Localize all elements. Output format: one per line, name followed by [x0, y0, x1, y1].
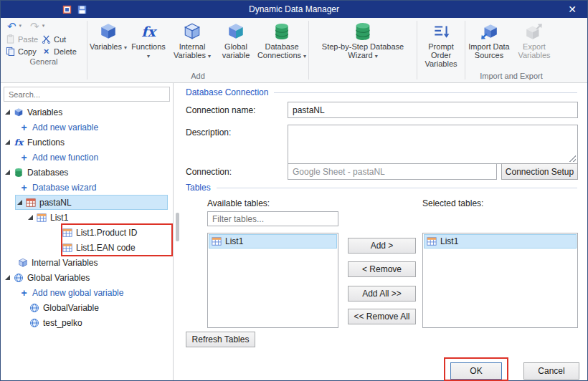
available-table-row-list1[interactable]: List1: [209, 234, 337, 249]
export-icon: [525, 21, 544, 42]
selected-tables-list[interactable]: List1: [422, 233, 578, 328]
search-input[interactable]: [4, 90, 169, 99]
dropdown-caret-icon: ▾: [375, 53, 378, 59]
redo-caret-icon[interactable]: ▾: [42, 23, 45, 29]
data-sources-tree-panel: Variables + Add new variable fx Function…: [1, 83, 174, 380]
filter-tables-input[interactable]: [207, 211, 338, 226]
database-connection-panel: Database Connection Connection name: Des…: [174, 83, 587, 380]
tree-item-functions[interactable]: fx Functions: [1, 135, 173, 150]
redo-icon[interactable]: ↷: [30, 21, 39, 32]
globe-icon: [14, 273, 24, 283]
tree-item-globalvariable[interactable]: GlobalVariable: [1, 300, 173, 315]
tree-label: List1: [50, 213, 68, 223]
undo-caret-icon[interactable]: ▾: [19, 23, 22, 29]
connection-name-input[interactable]: [288, 102, 578, 118]
app-icon[interactable]: [62, 5, 72, 14]
qat-save-icon[interactable]: [77, 5, 87, 14]
delete-button[interactable]: × Delete: [42, 47, 86, 56]
tree-item-list1[interactable]: List1: [1, 210, 173, 225]
cut-label: Cut: [54, 35, 66, 44]
ribbon-group-general: ↶ ▾ ↷ ▾ Paste Cut Copy ×: [1, 18, 87, 82]
table-field-icon: [62, 243, 72, 253]
group-label-general: General: [1, 57, 86, 68]
tree-label: test_pelko: [43, 318, 82, 328]
tree-item-variables[interactable]: Variables: [1, 105, 173, 120]
variables-label: Variables: [90, 42, 122, 51]
step-by-step-wizard-button[interactable]: Step-by-Step Database Wizard ▾: [310, 19, 416, 61]
undo-icon[interactable]: ↶: [7, 21, 16, 32]
section-header-tables: Tables: [186, 183, 577, 193]
section-rule: [217, 188, 577, 188]
database-wizard-icon: [353, 21, 373, 42]
dropdown-caret-icon: ▾: [208, 53, 211, 59]
expander-icon[interactable]: [28, 215, 33, 220]
prompt-order-button[interactable]: Prompt Order Variables: [418, 19, 464, 68]
paste-button[interactable]: Paste: [6, 34, 42, 44]
close-icon[interactable]: ✕: [561, 1, 583, 18]
tree-label: Variables: [27, 107, 62, 117]
tree-label: Global Variables: [27, 273, 90, 283]
cut-icon: [42, 34, 51, 44]
refresh-tables-button[interactable]: Refresh Tables: [186, 332, 255, 347]
export-variables-button[interactable]: Export Variables: [512, 19, 556, 59]
ribbon: ↶ ▾ ↷ ▾ Paste Cut Copy ×: [1, 18, 587, 83]
tree-item-add-new-variable[interactable]: + Add new variable: [1, 120, 173, 135]
expander-icon[interactable]: [5, 140, 10, 145]
group-label-add: Add: [88, 72, 308, 82]
table-icon: [212, 236, 222, 246]
available-tables-list[interactable]: List1: [207, 233, 338, 328]
ribbon-group-add: Variables ▾ fx Functions ▾ Internal Vari…: [87, 18, 308, 82]
selected-tables-label: Selected tables:: [422, 198, 483, 208]
expander-icon[interactable]: [5, 110, 10, 115]
table-name: List1: [225, 236, 243, 246]
database-connections-icon: [272, 21, 291, 42]
tree-item-test-pelko[interactable]: test_pelko: [1, 315, 173, 330]
scrollbar-thumb[interactable]: [176, 213, 179, 241]
tree-item-global-variables[interactable]: Global Variables: [1, 270, 173, 285]
tree-item-database-wizard[interactable]: + Database wizard: [1, 180, 173, 195]
variables-button[interactable]: Variables ▾: [88, 19, 128, 52]
ribbon-group-prompt-order: Prompt Order Variables: [417, 18, 465, 82]
tree-item-list1-ean-code[interactable]: List1.EAN code: [1, 240, 173, 255]
tree-item-add-new-function[interactable]: + Add new function: [1, 150, 173, 165]
remove-all-button[interactable]: << Remove All: [348, 309, 416, 324]
tree-item-internal-variables[interactable]: Internal Variables: [1, 255, 173, 270]
description-textarea[interactable]: [288, 125, 578, 164]
dropdown-caret-icon: ▾: [303, 53, 306, 59]
tree-item-pastanl[interactable]: pastaNL: [15, 195, 168, 210]
database-connections-button[interactable]: Database Connections ▾: [256, 19, 308, 61]
functions-label: Functions: [131, 42, 166, 51]
expander-icon[interactable]: [17, 200, 22, 205]
remove-button[interactable]: < Remove: [348, 261, 416, 277]
window-title: Dynamic Data Manager: [1, 4, 587, 14]
selected-table-row-list1[interactable]: List1: [424, 234, 577, 249]
plus-icon: +: [19, 122, 29, 132]
tree-label: Databases: [27, 168, 68, 178]
functions-button[interactable]: fx Functions ▾: [128, 19, 169, 61]
tree-item-databases[interactable]: Databases: [1, 165, 173, 180]
connection-setup-button[interactable]: Connection Setup: [501, 163, 578, 180]
section-header-database-connection: Database Connection: [186, 87, 577, 97]
cancel-button[interactable]: Cancel: [523, 362, 579, 380]
global-variable-button[interactable]: Global variable: [216, 19, 256, 59]
import-data-sources-button[interactable]: Import Data Sources: [466, 19, 512, 59]
connection-value-input: [288, 163, 497, 180]
tree-item-add-new-global-variable[interactable]: + Add new global variable: [1, 285, 173, 300]
tree-label: Add new variable: [32, 122, 98, 132]
variable-cube-icon: [14, 107, 24, 117]
copy-button[interactable]: Copy: [6, 47, 42, 56]
expander-icon[interactable]: [5, 275, 10, 280]
tree-item-list1-product-id[interactable]: List1.Product ID: [1, 225, 173, 240]
search-box: [4, 87, 170, 102]
cut-button[interactable]: Cut: [42, 34, 86, 44]
add-all-button[interactable]: Add All >>: [348, 286, 416, 302]
internal-variables-button[interactable]: Internal Variables ▾: [169, 19, 216, 61]
functions-fx-icon: fx: [141, 27, 156, 36]
add-button[interactable]: Add >: [348, 238, 416, 254]
paste-icon: [6, 34, 15, 44]
internal-variables-cube-icon: [183, 21, 201, 42]
ok-button[interactable]: OK: [450, 362, 502, 380]
expander-icon[interactable]: [5, 170, 10, 175]
data-sources-tree: Variables + Add new variable fx Function…: [1, 105, 173, 330]
table-name: List1: [440, 236, 458, 246]
